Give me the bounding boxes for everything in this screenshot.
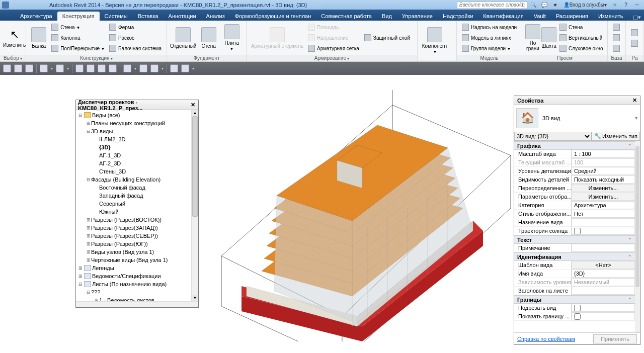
tree-item[interactable]: ⊞Чертежные виды (Вид узла 1) xyxy=(76,256,198,264)
close-icon[interactable]: ✕ xyxy=(190,102,196,108)
beamsys-button[interactable]: Балочная система xyxy=(107,43,164,53)
tab-collab[interactable]: Совместная работа xyxy=(316,12,377,21)
properties-help-link[interactable]: Справка по свойствам xyxy=(517,336,575,342)
prop-template[interactable]: <Нет> xyxy=(572,261,635,269)
scroll-thumb[interactable] xyxy=(192,116,198,217)
tree-item[interactable]: ⊞Ведомости/Спецификации xyxy=(76,272,198,280)
prop-showcrop[interactable] xyxy=(572,312,635,320)
tab-massing[interactable]: Формообразующие и генплан xyxy=(230,12,316,21)
datum-btn1[interactable] xyxy=(611,22,622,32)
scroll-up-icon[interactable]: ▲ xyxy=(192,110,198,116)
qat-tool2-icon[interactable] xyxy=(87,64,95,72)
vertical-button[interactable]: Вертикальный xyxy=(557,33,605,43)
qat-save-icon[interactable] xyxy=(14,64,22,72)
prop-sunpath[interactable] xyxy=(572,227,635,235)
work-btn2[interactable] xyxy=(629,38,640,48)
tab-addins[interactable]: Надстройки xyxy=(438,12,478,21)
qat-redo-icon[interactable] xyxy=(56,64,64,72)
qat-tool6-icon[interactable] xyxy=(139,64,147,72)
qat-tool5-icon[interactable] xyxy=(123,64,131,72)
prop-viewname[interactable]: {3D} xyxy=(572,270,635,278)
isolated-button[interactable]: Отдельный xyxy=(170,23,196,52)
prop-dispstyle[interactable]: Нет xyxy=(572,210,635,218)
datum-btn3[interactable] xyxy=(611,43,622,53)
tree-item[interactable]: ⊟Фасады (Building Elevation) xyxy=(76,175,198,184)
props-vscroll[interactable] xyxy=(635,141,640,332)
cat-text[interactable]: Текст⌃ xyxy=(514,235,635,244)
tree-item[interactable]: АГ-2_3D xyxy=(76,159,198,167)
prop-crop[interactable] xyxy=(572,304,635,312)
cat-ident[interactable]: Идентификация⌃ xyxy=(514,252,635,261)
work-btn1[interactable] xyxy=(629,28,640,38)
modeltext-button[interactable]: Надпись на модели xyxy=(460,22,519,32)
tab-insert[interactable]: Вставка xyxy=(133,12,164,21)
browser-vscroll[interactable]: ▲ ▼ xyxy=(191,110,198,301)
search-icon[interactable]: 🔍 xyxy=(528,1,538,9)
modelline-button[interactable]: Модель в линиях xyxy=(460,33,519,43)
open-wall-button[interactable]: Стена xyxy=(557,22,605,32)
fabric-button[interactable]: Арматурная сетка xyxy=(306,43,361,53)
ribbon-collapse-icon[interactable]: ▢▾ xyxy=(630,14,644,21)
shaft-button[interactable]: Шахта xyxy=(541,23,556,52)
login-button[interactable]: 👤 Вход в службы ▾ xyxy=(561,1,609,9)
tree-item[interactable]: АГ-1_3D xyxy=(76,151,198,159)
prop-dispopt-button[interactable]: Изменить... xyxy=(572,193,635,201)
help-icon[interactable]: ? xyxy=(621,1,631,9)
component-button[interactable]: Компонент▾ xyxy=(421,26,449,55)
prop-note[interactable] xyxy=(572,244,635,252)
datum-btn2[interactable] xyxy=(611,33,622,43)
tab-annotate[interactable]: Аннотации xyxy=(164,12,201,21)
tab-view[interactable]: Вид xyxy=(377,12,397,21)
close-icon[interactable]: ✕ xyxy=(632,97,637,104)
byface-button[interactable]: По грани xyxy=(525,23,540,52)
prop-override-button[interactable]: Изменить... xyxy=(572,184,635,192)
column-button[interactable]: Колонна xyxy=(49,33,106,43)
qat-tool7-icon[interactable] xyxy=(150,64,158,72)
tree-item[interactable]: Западный фасад xyxy=(76,192,198,200)
tree-item[interactable]: ⊞Легенды xyxy=(76,264,198,272)
modelgroup-button[interactable]: Группа модели ▾ xyxy=(460,43,519,53)
tab-manage[interactable]: Управление xyxy=(397,12,438,21)
tree-item[interactable]: Южный xyxy=(76,208,198,216)
tree-item[interactable]: Восточный фасад xyxy=(76,184,198,192)
edit-type-button[interactable]: 🔧 Изменить тип xyxy=(592,132,640,141)
qat-tool4-icon[interactable] xyxy=(109,64,117,72)
qat-new-icon[interactable] xyxy=(3,64,11,72)
prop-purpose[interactable] xyxy=(572,218,635,226)
favorite-icon[interactable]: ★ xyxy=(550,1,560,9)
exchange-icon[interactable]: ✕ xyxy=(610,1,620,9)
prop-scale[interactable]: 1 : 100 xyxy=(572,150,635,158)
dormer-button[interactable]: Слуховое окно xyxy=(557,43,605,53)
tree-item[interactable]: ⊟Листы (По назначению вида) xyxy=(76,280,198,288)
beam-button[interactable]: Балка xyxy=(29,23,48,52)
type-selector[interactable]: 🏠 3D вид ▾ xyxy=(514,105,640,131)
tree-item[interactable]: II-ЛМ2_3D xyxy=(76,135,198,143)
tab-analyze[interactable]: Анализ xyxy=(201,12,230,21)
tree-item[interactable]: ⊞Виды узлов (Вид узла 1) xyxy=(76,248,198,256)
panel-reinforcement[interactable]: Армирование xyxy=(247,55,417,61)
tree-item[interactable]: ⊞Разрезы (Разрез(СЕВЕР)) xyxy=(76,232,198,240)
tree-item[interactable]: Стены_3D xyxy=(76,167,198,175)
tab-systems[interactable]: Системы xyxy=(100,12,133,21)
scroll-thumb[interactable] xyxy=(635,146,639,287)
prop-detail[interactable]: Средний xyxy=(572,167,635,175)
tree-item[interactable]: ⊞Разрезы (Разрез(ЮГ)) xyxy=(76,240,198,248)
prop-sheettitle[interactable] xyxy=(572,287,635,295)
prop-category[interactable]: Архитектура xyxy=(572,201,635,209)
modify-button[interactable]: ↖Изменить xyxy=(3,23,26,52)
cat-extents[interactable]: Границы⌃ xyxy=(514,295,635,304)
qat-saveas-icon[interactable] xyxy=(25,64,33,72)
project-tree[interactable]: ⊟Виды (все)⊞Планы несущих конструкций⊟3D… xyxy=(76,110,198,305)
brace-button[interactable]: Раскос xyxy=(107,33,164,43)
instance-selector[interactable]: 3D вид: {3D} xyxy=(514,132,592,141)
panel-construct[interactable]: Конструкция xyxy=(26,55,167,61)
tree-item[interactable]: ⊟Виды (все) xyxy=(76,111,198,119)
tab-structure[interactable]: Конструкция xyxy=(57,12,100,21)
search-input[interactable] xyxy=(457,1,527,9)
panel-select[interactable]: Выбор xyxy=(0,55,26,61)
qat-tool9-icon[interactable] xyxy=(181,64,189,72)
tree-item[interactable]: ⊞Планы несущих конструкций xyxy=(76,119,198,127)
browser-hscroll[interactable] xyxy=(76,301,198,307)
apply-button[interactable]: Применить xyxy=(593,334,637,343)
prop-visparts[interactable]: Показать исходный xyxy=(572,175,635,184)
